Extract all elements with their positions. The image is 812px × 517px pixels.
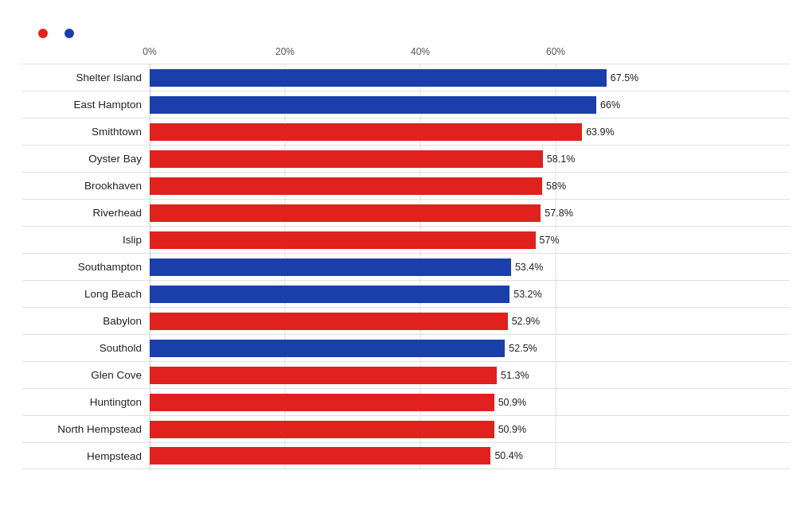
axis-tick: 60% [546,46,565,57]
harris-bar [150,340,505,357]
bar-container: 50.9% [150,394,691,411]
row-label: Riverhead [22,207,150,219]
bar-value: 50.9% [498,397,526,408]
chart-rows-wrapper: Shelter Island67.5%East Hampton66%Smitht… [22,64,790,469]
legend-harris [64,29,78,38]
bar-container: 52.5% [150,340,691,357]
chart-row: Smithtown63.9% [22,118,790,145]
chart-row: Islip57% [22,226,790,253]
chart-row: East Hampton66% [22,91,790,118]
row-label: Glen Cove [22,369,150,381]
row-label: Brookhaven [22,180,150,192]
row-label: Islip [22,234,150,246]
chart-row: Oyster Bay58.1% [22,145,790,172]
bar-value: 52.5% [509,343,537,354]
legend-trump [38,29,52,38]
bar-value: 53.2% [513,289,541,300]
axis-tick: 0% [142,46,156,57]
chart-row: Hempstead50.4% [22,442,790,469]
bar-value: 57% [540,235,560,246]
trump-bar [150,313,508,330]
axis-tick: 20% [275,46,295,57]
trump-dot [38,29,48,38]
bar-value: 53.4% [515,262,543,273]
chart-rows: Shelter Island67.5%East Hampton66%Smitht… [22,64,790,469]
bar-container: 63.9% [150,123,691,141]
bar-container: 57% [150,231,691,249]
row-label: Hempstead [22,450,150,462]
trump-bar [150,231,536,249]
axis-labels: 0%20%40%60% [150,46,691,62]
chart-row: Brookhaven58% [22,172,790,199]
row-label: Southold [22,342,150,354]
chart-area: 0%20%40%60% Shelter Island67.5%East Hamp… [22,45,790,469]
bar-container: 57.8% [150,204,691,222]
chart-row: Glen Cove51.3% [22,361,790,388]
chart-row: North Hempstead50.9% [22,415,790,442]
harris-bar [150,286,509,303]
bar-container: 58% [150,177,691,195]
trump-bar [150,421,494,438]
row-label: Smithtown [22,126,150,138]
trump-bar [150,447,490,465]
bar-value: 57.8% [545,208,572,219]
harris-dot [64,29,74,38]
bar-value: 50.9% [498,424,526,435]
bar-container: 52.9% [150,313,691,330]
row-label: Shelter Island [22,72,150,84]
chart-row: Shelter Island67.5% [22,64,790,91]
trump-bar [150,177,542,195]
bar-container: 53.2% [150,286,691,303]
bar-value: 58.1% [547,154,575,165]
row-label: Long Beach [22,288,150,300]
trump-bar [150,123,582,141]
row-label: Babylon [22,315,150,327]
bar-value: 63.9% [586,126,614,138]
trump-bar [150,204,541,222]
axis-tick: 40% [411,46,430,57]
bar-value: 52.9% [512,316,540,327]
bar-container: 50.4% [150,447,691,465]
legend [22,29,790,38]
row-label: Oyster Bay [22,153,150,165]
harris-bar [150,69,607,87]
bar-container: 50.9% [150,421,691,438]
bar-value: 67.5% [611,72,638,84]
chart-row: Southold52.5% [22,334,790,361]
chart-row: Babylon52.9% [22,307,790,334]
harris-bar [150,258,511,276]
chart-row: Huntington50.9% [22,388,790,415]
bar-container: 58.1% [150,150,691,168]
trump-bar [150,367,497,384]
bar-value: 58% [546,181,566,192]
bar-container: 66% [150,96,691,114]
row-label: Huntington [22,396,150,408]
row-label: North Hempstead [22,423,150,435]
bar-value: 66% [600,99,620,111]
bar-container: 53.4% [150,258,691,276]
row-label: Southampton [22,261,150,273]
row-label: East Hampton [22,99,150,111]
harris-bar [150,96,596,114]
chart-row: Riverhead57.8% [22,199,790,226]
bar-value: 50.4% [494,450,522,461]
bar-value: 51.3% [501,370,529,381]
chart-row: Southampton53.4% [22,253,790,280]
bar-container: 51.3% [150,367,691,384]
bar-container: 67.5% [150,69,691,87]
chart-row: Long Beach53.2% [22,280,790,307]
axis-row: 0%20%40%60% [150,45,790,62]
trump-bar [150,394,494,411]
trump-bar [150,150,543,168]
